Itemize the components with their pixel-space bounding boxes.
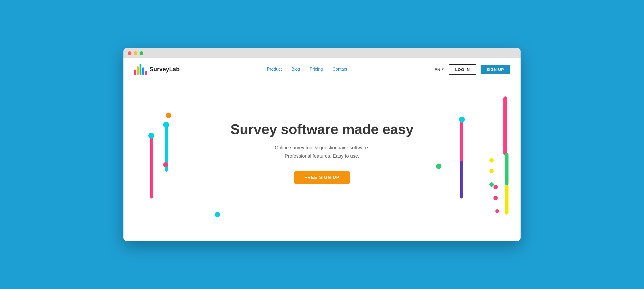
logo-bar-1	[134, 70, 136, 75]
deco-far-right-yellow-bar	[505, 185, 508, 215]
hero-section: Survey software made easy Online survey …	[123, 80, 521, 236]
browser-body: SurveyLab Product Blog Pricing Contact E…	[123, 58, 521, 241]
deco-left-bar-pink	[150, 134, 153, 198]
nav-links: Product Blog Pricing Contact	[267, 67, 347, 72]
deco-orange-dot	[166, 113, 171, 118]
logo-bar-2	[137, 66, 139, 75]
browser-window: SurveyLab Product Blog Pricing Contact E…	[123, 48, 521, 241]
deco-far-right-pink-bar	[503, 96, 507, 156]
nav-link-blog[interactable]: Blog	[291, 67, 300, 72]
browser-chrome	[123, 48, 521, 58]
logo-icon	[134, 64, 147, 75]
deco-far-right-yellow-dot1	[489, 158, 494, 162]
deco-left-pink-dot	[163, 162, 168, 167]
deco-far-right-green-bar	[505, 153, 508, 185]
logo-bar-3	[140, 64, 141, 75]
deco-far-right-yellow-dot2	[489, 169, 494, 173]
traffic-light-yellow[interactable]	[134, 51, 137, 55]
deco-left-bar-cyan	[165, 123, 168, 172]
login-button[interactable]: LOG IN	[449, 64, 476, 75]
hero-subtitle: Online survey tool & questionnaire softw…	[275, 144, 369, 160]
hero-subtitle-line1: Online survey tool & questionnaire softw…	[275, 145, 369, 150]
deco-right-cyan-dot	[459, 117, 465, 122]
hero-subtitle-line2: Professional features. Easy to use.	[285, 153, 359, 159]
deco-far-right-green-dot2	[489, 182, 494, 187]
deco-far-right-pink-dot3	[495, 209, 499, 213]
nav-link-pricing[interactable]: Pricing	[310, 67, 323, 72]
deco-right-bar-pink	[460, 118, 463, 193]
traffic-light-green[interactable]	[140, 51, 143, 55]
hero-title: Survey software made easy	[230, 121, 414, 138]
deco-left-cyan-dot2	[163, 122, 169, 128]
language-label: EN	[434, 67, 440, 72]
deco-bottom-cyan-dot	[215, 212, 220, 217]
logo-text: SurveyLab	[149, 66, 180, 73]
deco-left-cyan-dot-top	[148, 133, 154, 139]
free-signup-button[interactable]: FREE SIGN UP	[294, 171, 350, 184]
nav-actions: EN ▼ LOG IN SIGN UP	[434, 64, 510, 75]
deco-far-right-pink-dot1	[493, 185, 498, 189]
logo-bar-4	[142, 67, 144, 75]
language-selector[interactable]: EN ▼	[434, 67, 444, 72]
logo-bar-5	[145, 71, 147, 75]
deco-far-right-pink-dot2	[493, 196, 498, 200]
traffic-light-red[interactable]	[128, 51, 131, 55]
deco-right-green-dot	[436, 164, 441, 169]
deco-right-bar-purple	[460, 161, 463, 198]
nav-link-product[interactable]: Product	[267, 67, 282, 72]
signup-button[interactable]: SIGN UP	[481, 65, 510, 74]
navbar: SurveyLab Product Blog Pricing Contact E…	[123, 58, 521, 80]
logo-link[interactable]: SurveyLab	[134, 64, 180, 75]
chevron-down-icon: ▼	[441, 67, 444, 71]
nav-link-contact[interactable]: Contact	[332, 67, 347, 72]
